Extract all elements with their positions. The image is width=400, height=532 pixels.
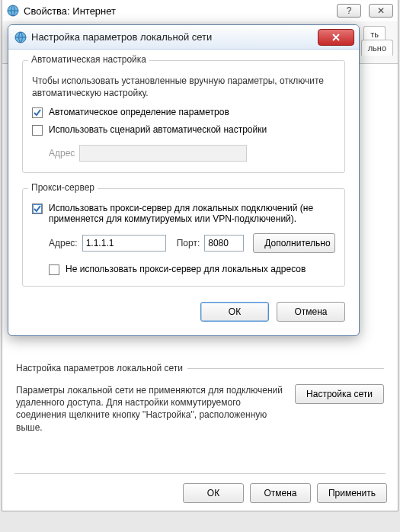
proxy-address-label: Адрес:: [49, 238, 78, 248]
check-icon: [34, 109, 41, 117]
proxy-group: Прокси-сервер Использовать прокси-сервер…: [22, 188, 345, 287]
lan-settings-button[interactable]: Настройка сети: [295, 384, 384, 404]
lan-ok-button[interactable]: ОК: [200, 302, 269, 322]
globe-icon: [7, 5, 19, 17]
bypass-local-checkbox[interactable]: [49, 264, 59, 275]
proxy-address-input[interactable]: [82, 235, 166, 252]
divider: [187, 368, 384, 369]
lan-settings-dialog: Настройка параметров локальной сети Авто…: [8, 24, 360, 336]
back-cancel-button[interactable]: Отмена: [250, 483, 311, 503]
back-help-button[interactable]: ?: [337, 4, 361, 18]
proxy-legend: Прокси-сервер: [28, 182, 98, 193]
proxy-port-input[interactable]: [204, 235, 244, 252]
proxy-advanced-button[interactable]: Дополнительно: [253, 233, 335, 253]
lan-section-header: Настройка параметров локальной сети: [16, 363, 384, 373]
tab-fragment-2[interactable]: льно: [361, 40, 393, 56]
auto-config-note: Чтобы использовать установленные вручную…: [32, 75, 335, 99]
back-close-button[interactable]: ✕: [369, 4, 393, 18]
globe-icon: [14, 31, 27, 43]
back-titlebar: Свойства: Интернет ? ✕: [2, 0, 398, 21]
lan-description: Параметры локальной сети не применяются …: [16, 384, 286, 434]
back-apply-button[interactable]: Применить: [317, 483, 387, 503]
close-icon: [331, 33, 341, 42]
bypass-local-label: Не использовать прокси-сервер для локаль…: [66, 264, 306, 274]
lan-dialog-title: Настройка параметров локальной сети: [31, 31, 212, 43]
back-ok-button[interactable]: ОК: [183, 483, 244, 503]
lan-cancel-button[interactable]: Отмена: [277, 302, 345, 322]
auto-config-legend: Автоматическая настройка: [28, 54, 149, 65]
script-address-input: [79, 145, 247, 162]
use-proxy-checkbox[interactable]: [32, 204, 43, 214]
lan-dialog-titlebar: Настройка параметров локальной сети: [8, 25, 359, 50]
use-proxy-label: Использовать прокси-сервер для локальных…: [49, 203, 335, 224]
lan-section-title: Настройка параметров локальной сети: [16, 363, 183, 373]
auto-config-group: Автоматическая настройка Чтобы использов…: [22, 60, 345, 173]
script-address-label: Адрес: [49, 148, 75, 159]
auto-detect-label: Автоматическое определение параметров: [49, 107, 229, 117]
proxy-port-label: Порт:: [177, 238, 200, 248]
back-window-title: Свойства: Интернет: [24, 5, 116, 17]
auto-detect-checkbox[interactable]: [32, 107, 43, 118]
use-script-checkbox[interactable]: [32, 125, 43, 136]
divider: [14, 473, 386, 474]
use-script-label: Использовать сценарий автоматической нас…: [49, 124, 267, 135]
lan-dialog-close-button[interactable]: [318, 29, 354, 46]
check-icon: [34, 205, 41, 213]
